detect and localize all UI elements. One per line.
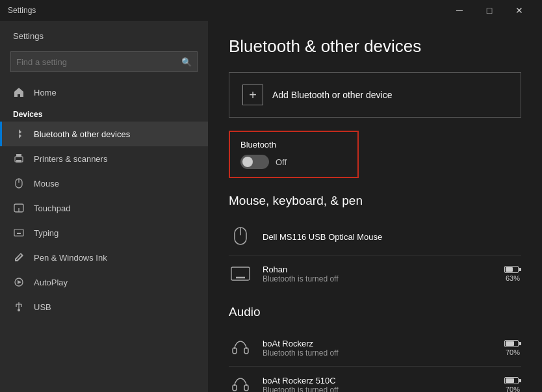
search-input[interactable] xyxy=(16,57,181,67)
battery-fill xyxy=(506,267,513,272)
add-icon: + xyxy=(242,85,263,105)
bluetooth-icon xyxy=(13,128,25,140)
titlebar: Settings ─ □ ✕ xyxy=(0,0,542,21)
sidebar-item-label: Home xyxy=(34,88,57,98)
device-name: Rohan xyxy=(263,265,494,274)
table-row: Rohan Bluetooth is turned off 63% xyxy=(229,255,521,292)
audio-devices-list: boAt Rockerz Bluetooth is turned off 70% xyxy=(229,330,521,392)
toggle-knob xyxy=(242,157,253,167)
device-icon-keyboard xyxy=(229,262,252,285)
sidebar-item-usb[interactable]: USB xyxy=(0,294,208,319)
add-device-button[interactable]: + Add Bluetooth or other device xyxy=(229,72,521,118)
device-info: Rohan Bluetooth is turned off xyxy=(263,265,494,283)
table-row: Dell MS116 USB Optical Mouse xyxy=(229,218,521,255)
sidebar-item-touchpad[interactable]: Touchpad xyxy=(0,196,208,220)
svg-point-19 xyxy=(18,309,20,311)
sidebar-item-mouse[interactable]: Mouse xyxy=(0,171,208,196)
printer-icon xyxy=(13,153,25,164)
battery-icon xyxy=(504,377,521,384)
sidebar: Settings 🔍 Home Devices Bluetooth & othe… xyxy=(0,21,208,392)
autoplay-icon xyxy=(13,276,25,288)
mouse-icon xyxy=(13,177,25,189)
device-status: Bluetooth is turned off xyxy=(263,274,494,283)
toggle-row: Off xyxy=(240,155,347,169)
typing-icon xyxy=(13,227,25,239)
battery-fill xyxy=(506,378,514,383)
home-icon xyxy=(13,86,25,98)
search-icon: 🔍 xyxy=(181,57,192,67)
sidebar-item-label: Pen & Windows Ink xyxy=(34,253,107,263)
touchpad-icon xyxy=(13,202,25,214)
sidebar-item-pen[interactable]: Pen & Windows Ink xyxy=(0,245,208,270)
minimize-button[interactable]: ─ xyxy=(445,0,474,21)
battery-body xyxy=(504,340,519,347)
device-battery: 70% xyxy=(504,377,521,393)
mouse-devices-list: Dell MS116 USB Optical Mouse xyxy=(229,218,521,292)
sidebar-item-autoplay[interactable]: AutoPlay xyxy=(0,270,208,294)
battery-tip xyxy=(519,342,521,345)
section-mouse-header: Mouse, keyboard, & pen xyxy=(229,194,521,208)
add-device-label: Add Bluetooth or other device xyxy=(272,90,392,100)
sidebar-item-bluetooth[interactable]: Bluetooth & other devices xyxy=(0,122,208,146)
close-button[interactable]: ✕ xyxy=(504,0,534,21)
sidebar-app-title: Settings xyxy=(0,21,208,46)
sidebar-item-label: Touchpad xyxy=(34,203,70,213)
device-info: boAt Rockerz Bluetooth is turned off xyxy=(263,339,494,358)
table-row: boAt Rockerz 510C Bluetooth is turned of… xyxy=(229,367,521,392)
device-icon-headphone1 xyxy=(229,336,252,359)
battery-percent: 70% xyxy=(506,348,520,356)
bluetooth-label: Bluetooth xyxy=(240,140,347,150)
svg-rect-2 xyxy=(16,160,21,163)
maximize-button[interactable]: □ xyxy=(474,0,504,21)
device-info: Dell MS116 USB Optical Mouse xyxy=(263,232,521,242)
battery-percent: 70% xyxy=(506,385,520,393)
sidebar-item-label: USB xyxy=(34,302,51,312)
battery-fill xyxy=(506,341,514,346)
page-title: Bluetooth & other devices xyxy=(229,36,521,57)
battery-body xyxy=(504,266,519,273)
sidebar-item-home[interactable]: Home xyxy=(0,80,208,105)
section-audio-header: Audio xyxy=(229,305,521,319)
device-name: Dell MS116 USB Optical Mouse xyxy=(263,232,521,242)
bluetooth-state-label: Off xyxy=(276,157,287,167)
app-title: Settings xyxy=(8,6,36,15)
search-box[interactable]: 🔍 xyxy=(10,51,198,72)
device-name: boAt Rockerz 510C xyxy=(263,376,494,385)
device-status: Bluetooth is turned off xyxy=(263,348,494,358)
battery-body xyxy=(504,377,519,384)
pen-icon xyxy=(13,252,25,263)
usb-icon xyxy=(13,301,25,313)
bluetooth-toggle[interactable] xyxy=(240,155,269,169)
sidebar-item-typing[interactable]: Typing xyxy=(0,220,208,245)
window-controls: ─ □ ✕ xyxy=(445,0,534,21)
device-status: Bluetooth is turned off xyxy=(263,385,494,393)
battery-icon xyxy=(504,340,521,347)
sidebar-section-label: Devices xyxy=(0,105,208,122)
sidebar-item-printers[interactable]: Printers & scanners xyxy=(0,146,208,171)
device-battery: 63% xyxy=(504,266,521,282)
battery-tip xyxy=(519,379,521,382)
battery-icon xyxy=(504,266,521,273)
svg-rect-1 xyxy=(16,154,21,157)
sidebar-item-label: Bluetooth & other devices xyxy=(34,129,130,139)
sidebar-item-label: Printers & scanners xyxy=(34,154,107,164)
device-name: boAt Rockerz xyxy=(263,339,494,348)
device-icon-headphone2 xyxy=(229,373,252,392)
battery-percent: 63% xyxy=(506,274,520,282)
sidebar-item-label: Mouse xyxy=(34,179,59,189)
device-icon-mouse xyxy=(229,225,252,248)
bluetooth-section: Bluetooth Off xyxy=(229,131,359,178)
table-row: boAt Rockerz Bluetooth is turned off 70% xyxy=(229,330,521,367)
svg-marker-14 xyxy=(18,280,21,284)
battery-tip xyxy=(519,268,521,271)
device-info: boAt Rockerz 510C Bluetooth is turned of… xyxy=(263,376,494,393)
sidebar-item-label: Typing xyxy=(34,228,58,238)
content-area: Bluetooth & other devices + Add Bluetoot… xyxy=(208,21,542,392)
sidebar-item-label: AutoPlay xyxy=(34,278,68,287)
main-layout: Settings 🔍 Home Devices Bluetooth & othe… xyxy=(0,21,542,392)
device-battery: 70% xyxy=(504,340,521,356)
